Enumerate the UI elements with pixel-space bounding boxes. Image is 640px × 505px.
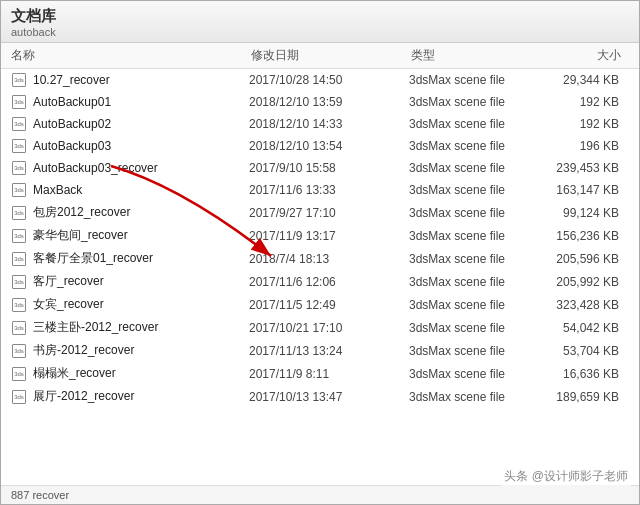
file-explorer-window: 文档库 autoback 名称 修改日期 类型 大小 3ds 10.27_rec… bbox=[0, 0, 640, 505]
file-list: 3ds 10.27_recover 2017/10/28 14:50 3dsMa… bbox=[1, 69, 639, 485]
file-type: 3dsMax scene file bbox=[409, 117, 539, 131]
file-icon: 3ds bbox=[11, 343, 27, 359]
file-icon-img: 3ds bbox=[12, 139, 26, 153]
table-row[interactable]: 3ds 客餐厅全景01_recover 2018/7/4 18:13 3dsMa… bbox=[1, 247, 639, 270]
file-date: 2018/12/10 13:59 bbox=[249, 95, 409, 109]
file-date: 2017/11/9 8:11 bbox=[249, 367, 409, 381]
table-row[interactable]: 3ds 10.27_recover 2017/10/28 14:50 3dsMa… bbox=[1, 69, 639, 91]
file-type: 3dsMax scene file bbox=[409, 252, 539, 266]
file-icon-img: 3ds bbox=[12, 117, 26, 131]
file-icon-img: 3ds bbox=[12, 161, 26, 175]
file-icon: 3ds bbox=[11, 297, 27, 313]
file-size: 205,596 KB bbox=[539, 252, 619, 266]
file-date: 2017/11/9 13:17 bbox=[249, 229, 409, 243]
file-date: 2017/9/27 17:10 bbox=[249, 206, 409, 220]
file-icon-img: 3ds bbox=[12, 367, 26, 381]
file-icon-img: 3ds bbox=[12, 298, 26, 312]
file-date: 2017/10/13 13:47 bbox=[249, 390, 409, 404]
file-type: 3dsMax scene file bbox=[409, 298, 539, 312]
file-size: 196 KB bbox=[539, 139, 619, 153]
file-size: 323,428 KB bbox=[539, 298, 619, 312]
file-type: 3dsMax scene file bbox=[409, 161, 539, 175]
file-icon-img: 3ds bbox=[12, 275, 26, 289]
status-bar: 887 recover bbox=[1, 485, 639, 504]
file-icon: 3ds bbox=[11, 116, 27, 132]
file-size: 239,453 KB bbox=[539, 161, 619, 175]
window-title: 文档库 bbox=[11, 7, 56, 26]
file-name: 豪华包间_recover bbox=[33, 227, 249, 244]
file-type: 3dsMax scene file bbox=[409, 206, 539, 220]
file-date: 2017/10/28 14:50 bbox=[249, 73, 409, 87]
file-date: 2017/11/13 13:24 bbox=[249, 344, 409, 358]
file-name: 10.27_recover bbox=[33, 73, 249, 87]
file-type: 3dsMax scene file bbox=[409, 73, 539, 87]
file-icon-img: 3ds bbox=[12, 229, 26, 243]
table-row[interactable]: 3ds AutoBackup02 2018/12/10 14:33 3dsMax… bbox=[1, 113, 639, 135]
table-row[interactable]: 3ds 豪华包间_recover 2017/11/9 13:17 3dsMax … bbox=[1, 224, 639, 247]
file-date: 2017/11/5 12:49 bbox=[249, 298, 409, 312]
file-icon-img: 3ds bbox=[12, 390, 26, 404]
table-row[interactable]: 3ds MaxBack 2017/11/6 13:33 3dsMax scene… bbox=[1, 179, 639, 201]
file-size: 99,124 KB bbox=[539, 206, 619, 220]
file-type: 3dsMax scene file bbox=[409, 275, 539, 289]
file-name: 榻榻米_recover bbox=[33, 365, 249, 382]
file-icon: 3ds bbox=[11, 320, 27, 336]
file-name: MaxBack bbox=[33, 183, 249, 197]
table-row[interactable]: 3ds 包房2012_recover 2017/9/27 17:10 3dsMa… bbox=[1, 201, 639, 224]
file-size: 163,147 KB bbox=[539, 183, 619, 197]
file-size: 53,704 KB bbox=[539, 344, 619, 358]
watermark: 头条 @设计师影子老师 bbox=[501, 467, 631, 486]
table-row[interactable]: 3ds AutoBackup03 2018/12/10 13:54 3dsMax… bbox=[1, 135, 639, 157]
file-type: 3dsMax scene file bbox=[409, 367, 539, 381]
file-date: 2017/10/21 17:10 bbox=[249, 321, 409, 335]
file-name: AutoBackup03_recover bbox=[33, 161, 249, 175]
col-header-name[interactable]: 名称 bbox=[11, 47, 251, 64]
file-date: 2018/12/10 14:33 bbox=[249, 117, 409, 131]
table-row[interactable]: 3ds 榻榻米_recover 2017/11/9 8:11 3dsMax sc… bbox=[1, 362, 639, 385]
title-bar: 文档库 autoback bbox=[1, 1, 639, 43]
file-icon: 3ds bbox=[11, 160, 27, 176]
table-row[interactable]: 3ds 三楼主卧-2012_recover 2017/10/21 17:10 3… bbox=[1, 316, 639, 339]
file-icon-img: 3ds bbox=[12, 321, 26, 335]
status-text: 887 recover bbox=[11, 489, 69, 501]
file-size: 189,659 KB bbox=[539, 390, 619, 404]
file-icon: 3ds bbox=[11, 389, 27, 405]
file-icon: 3ds bbox=[11, 72, 27, 88]
file-icon: 3ds bbox=[11, 94, 27, 110]
table-row[interactable]: 3ds 展厅-2012_recover 2017/10/13 13:47 3ds… bbox=[1, 385, 639, 408]
table-row[interactable]: 3ds 书房-2012_recover 2017/11/13 13:24 3ds… bbox=[1, 339, 639, 362]
file-type: 3dsMax scene file bbox=[409, 321, 539, 335]
file-name: 女宾_recover bbox=[33, 296, 249, 313]
col-header-size[interactable]: 大小 bbox=[541, 47, 621, 64]
file-name: 客厅_recover bbox=[33, 273, 249, 290]
col-header-type[interactable]: 类型 bbox=[411, 47, 541, 64]
table-row[interactable]: 3ds AutoBackup01 2018/12/10 13:59 3dsMax… bbox=[1, 91, 639, 113]
file-date: 2017/11/6 13:33 bbox=[249, 183, 409, 197]
file-size: 16,636 KB bbox=[539, 367, 619, 381]
file-icon-img: 3ds bbox=[12, 95, 26, 109]
table-row[interactable]: 3ds 女宾_recover 2017/11/5 12:49 3dsMax sc… bbox=[1, 293, 639, 316]
file-name: 客餐厅全景01_recover bbox=[33, 250, 249, 267]
file-name: 包房2012_recover bbox=[33, 204, 249, 221]
file-name: AutoBackup02 bbox=[33, 117, 249, 131]
file-icon-img: 3ds bbox=[12, 73, 26, 87]
file-icon: 3ds bbox=[11, 251, 27, 267]
table-row[interactable]: 3ds AutoBackup03_recover 2017/9/10 15:58… bbox=[1, 157, 639, 179]
file-icon: 3ds bbox=[11, 274, 27, 290]
file-icon: 3ds bbox=[11, 138, 27, 154]
col-header-date[interactable]: 修改日期 bbox=[251, 47, 411, 64]
file-icon: 3ds bbox=[11, 205, 27, 221]
file-type: 3dsMax scene file bbox=[409, 229, 539, 243]
file-size: 192 KB bbox=[539, 117, 619, 131]
file-size: 156,236 KB bbox=[539, 229, 619, 243]
file-icon: 3ds bbox=[11, 228, 27, 244]
title-bar-left: 文档库 autoback bbox=[11, 7, 56, 38]
table-row[interactable]: 3ds 客厅_recover 2017/11/6 12:06 3dsMax sc… bbox=[1, 270, 639, 293]
file-name: 三楼主卧-2012_recover bbox=[33, 319, 249, 336]
file-size: 205,992 KB bbox=[539, 275, 619, 289]
file-icon-img: 3ds bbox=[12, 344, 26, 358]
file-type: 3dsMax scene file bbox=[409, 95, 539, 109]
file-name: AutoBackup03 bbox=[33, 139, 249, 153]
file-size: 54,042 KB bbox=[539, 321, 619, 335]
file-date: 2018/12/10 13:54 bbox=[249, 139, 409, 153]
